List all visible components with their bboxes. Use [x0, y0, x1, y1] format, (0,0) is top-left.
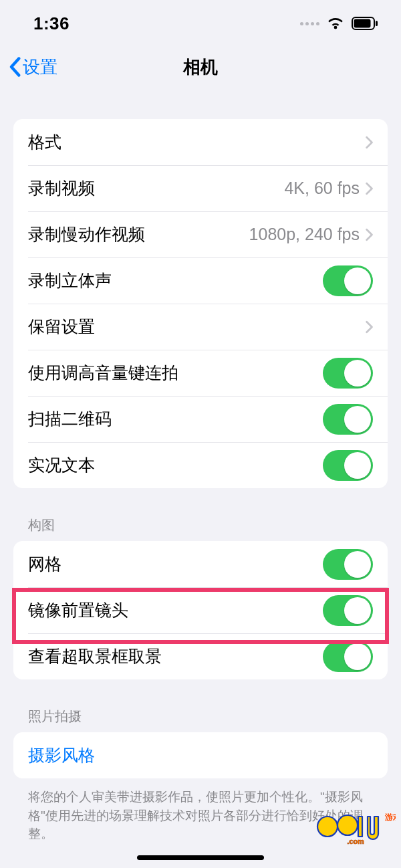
page-title: 相机 [0, 56, 401, 79]
svg-point-4 [338, 815, 358, 835]
row-label: 保留设置 [28, 316, 95, 338]
settings-group-photo-capture: 摄影风格 [13, 732, 388, 778]
watermark-logo: .com 游戏 [315, 805, 396, 848]
row-label: 使用调高音量键连拍 [28, 362, 178, 384]
row-label: 扫描二维码 [28, 408, 112, 430]
row-detail: 4K, 60 fps [284, 179, 360, 198]
wifi-icon [326, 16, 345, 31]
chevron-right-icon [365, 320, 373, 334]
live-text-toggle[interactable] [323, 450, 373, 481]
home-indicator[interactable] [137, 855, 264, 860]
row-label: 实况文本 [28, 454, 95, 476]
settings-group-composition: 网格 镜像前置镜头 查看超取景框取景 [13, 541, 388, 679]
row-label: 录制视频 [28, 177, 95, 199]
back-label: 设置 [23, 56, 57, 79]
row-label: 格式 [28, 131, 61, 153]
svg-rect-1 [354, 19, 371, 28]
svg-text:游戏: 游戏 [384, 812, 396, 822]
status-bar: 1:36 [0, 0, 401, 47]
qr-toggle[interactable] [323, 404, 373, 435]
chevron-right-icon [365, 182, 373, 195]
chevron-left-icon [8, 57, 21, 77]
row-label: 录制立体声 [28, 269, 112, 292]
status-right [300, 16, 378, 31]
row-formats[interactable]: 格式 [13, 119, 388, 165]
row-view-outside: 查看超取景框取景 [13, 633, 388, 679]
row-mirror-front: 镜像前置镜头 [13, 587, 388, 633]
row-preserve[interactable]: 保留设置 [13, 304, 388, 350]
row-grid: 网格 [13, 541, 388, 587]
stereo-toggle[interactable] [323, 265, 373, 296]
view-outside-toggle[interactable] [323, 641, 373, 672]
battery-icon [352, 17, 378, 30]
row-label: 网格 [28, 553, 61, 575]
row-label: 摄影风格 [28, 744, 95, 766]
row-photographic-styles[interactable]: 摄影风格 [13, 732, 388, 778]
row-label: 镜像前置镜头 [28, 599, 128, 621]
grid-toggle[interactable] [323, 549, 373, 580]
svg-rect-2 [376, 21, 378, 26]
settings-group-main: 格式 录制视频 4K, 60 fps 录制慢动作视频 1080p, 240 fp… [13, 119, 388, 488]
row-record-slowmo[interactable]: 录制慢动作视频 1080p, 240 fps [13, 211, 388, 257]
status-time: 1:36 [33, 13, 70, 34]
navigation-bar: 设置 相机 [0, 47, 401, 87]
back-button[interactable]: 设置 [8, 56, 57, 79]
row-stereo: 录制立体声 [13, 257, 388, 304]
section-header-photo-capture: 照片拍摄 [28, 708, 373, 726]
row-label: 录制慢动作视频 [28, 223, 145, 245]
chevron-right-icon [365, 228, 373, 241]
row-burst: 使用调高音量键连拍 [13, 350, 388, 396]
row-record-video[interactable]: 录制视频 4K, 60 fps [13, 165, 388, 211]
svg-text:.com: .com [347, 837, 364, 845]
cellular-icon [300, 22, 319, 25]
section-header-composition: 构图 [28, 516, 373, 534]
row-live-text: 实况文本 [13, 442, 388, 488]
row-qr: 扫描二维码 [13, 396, 388, 442]
svg-point-3 [317, 817, 338, 837]
row-detail: 1080p, 240 fps [249, 225, 360, 244]
chevron-right-icon [365, 136, 373, 149]
burst-toggle[interactable] [323, 358, 373, 389]
mirror-front-toggle[interactable] [323, 595, 373, 626]
row-label: 查看超取景框取景 [28, 645, 162, 667]
